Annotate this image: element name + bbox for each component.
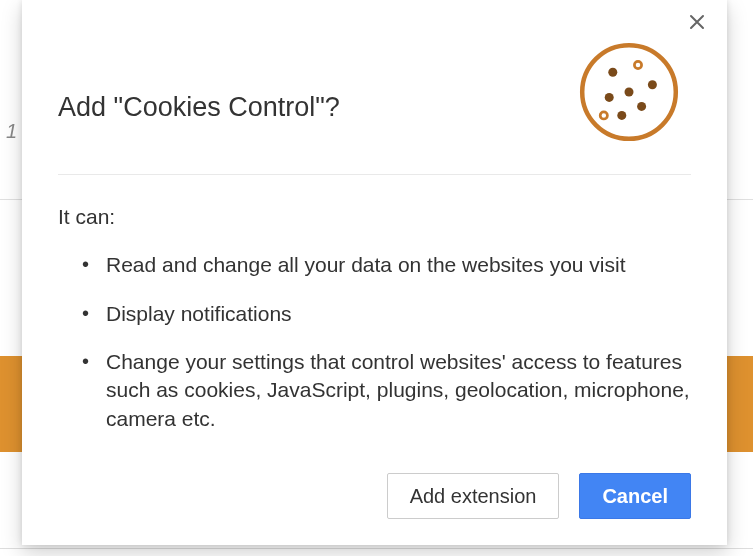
cancel-button[interactable]: Cancel bbox=[579, 473, 691, 519]
background-number: 1 bbox=[6, 120, 17, 143]
extension-install-dialog: Add "Cookies Control"? It can: Read and … bbox=[22, 0, 727, 545]
svg-point-3 bbox=[648, 80, 657, 89]
dialog-header: Add "Cookies Control"? bbox=[58, 0, 691, 175]
add-extension-button[interactable]: Add extension bbox=[387, 473, 560, 519]
cookie-icon bbox=[575, 38, 683, 146]
svg-point-5 bbox=[605, 93, 614, 102]
dialog-footer: Add extension Cancel bbox=[387, 473, 691, 519]
permission-item: Change your settings that control websit… bbox=[82, 348, 691, 433]
permission-item: Display notifications bbox=[82, 300, 691, 328]
permissions-list: Read and change all your data on the web… bbox=[58, 251, 691, 433]
background-partial-heading: o bbox=[0, 32, 1, 97]
close-icon bbox=[689, 14, 705, 34]
svg-point-1 bbox=[608, 68, 617, 77]
svg-point-6 bbox=[637, 102, 646, 111]
background-divider bbox=[0, 548, 753, 549]
svg-point-4 bbox=[625, 88, 634, 97]
permission-item: Read and change all your data on the web… bbox=[82, 251, 691, 279]
permissions-lead: It can: bbox=[58, 203, 691, 231]
close-button[interactable] bbox=[685, 12, 709, 36]
svg-point-7 bbox=[617, 111, 626, 120]
dialog-title: Add "Cookies Control"? bbox=[58, 92, 340, 123]
dialog-body: It can: Read and change all your data on… bbox=[58, 175, 691, 433]
